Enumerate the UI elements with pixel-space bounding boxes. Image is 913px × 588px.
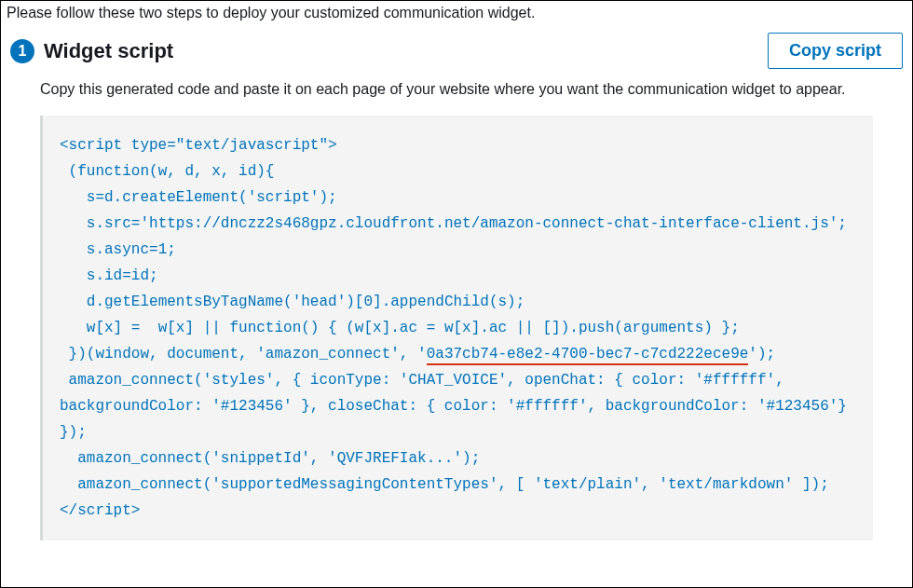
code-line: w[x] = w[x] || function() { (w[x].ac = w… (60, 320, 740, 336)
code-block: <script type="text/javascript"> (functio… (40, 116, 873, 540)
copy-script-button[interactable]: Copy script (768, 33, 903, 69)
code-line: (function(w, d, x, id){ (60, 163, 274, 180)
header-left: 1 Widget script (10, 39, 173, 63)
code-line: s.async=1; (60, 241, 176, 258)
code-line: <script type="text/javascript"> (60, 137, 337, 154)
code-line: s=d.createElement('script'); (60, 189, 337, 206)
code-line: s.src='https://dnczz2s468gpz.cloudfront.… (60, 215, 847, 232)
intro-text: Please follow these two steps to deploy … (1, 1, 912, 29)
widget-uid: 0a37cb74-e8e2-4700-bec7-c7cd222ece9e (427, 346, 749, 365)
code-line: amazon_connect('styles', { iconType: 'CH… (60, 372, 856, 441)
code-line: s.id=id; (60, 267, 158, 284)
code-line: amazon_connect('supportedMessagingConten… (60, 476, 829, 493)
code-line: </script> (60, 502, 140, 519)
code-line: '); (748, 346, 775, 362)
step-number-badge: 1 (10, 39, 34, 63)
code-line: amazon_connect('snippetId', 'QVFJREFIak.… (60, 450, 480, 467)
section-header: 1 Widget script Copy script (1, 29, 912, 78)
section-title: Widget script (44, 39, 173, 63)
section-description: Copy this generated code and paste it on… (1, 78, 912, 116)
code-line: d.getElementsByTagName('head')[0].append… (60, 294, 525, 310)
code-line: })(window, document, 'amazon_connect', ' (60, 346, 427, 362)
code-content: <script type="text/javascript"> (functio… (60, 132, 856, 524)
